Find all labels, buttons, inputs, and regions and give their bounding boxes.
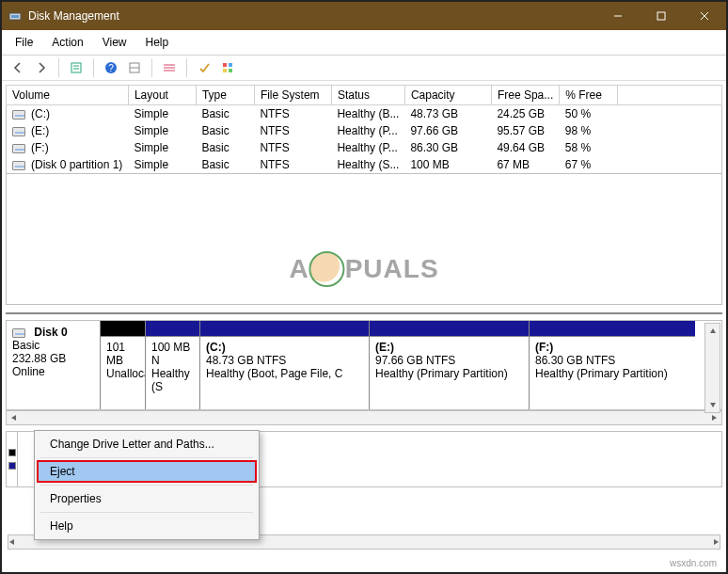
back-button[interactable] bbox=[8, 57, 28, 78]
horizontal-scrollbar[interactable] bbox=[6, 410, 722, 425]
legend-unallocated-icon bbox=[8, 449, 16, 456]
partition[interactable]: (F:)86.30 GB NTFSHealthy (Primary Partit… bbox=[530, 321, 695, 409]
partition-header bbox=[146, 321, 199, 336]
volume-icon bbox=[12, 161, 25, 170]
watermark-pre: A bbox=[289, 254, 309, 284]
table-row[interactable]: (F:)SimpleBasicNTFSHealthy (P...86.30 GB… bbox=[7, 139, 722, 156]
partition-body: 101 MBUnallocat bbox=[101, 336, 145, 409]
partition-body: (C:)48.73 GB NTFSHealthy (Boot, Page Fil… bbox=[200, 336, 369, 409]
column-type[interactable]: Type bbox=[196, 86, 254, 105]
cell-capacity: 100 MB bbox=[404, 156, 491, 174]
svg-marker-22 bbox=[11, 415, 16, 421]
column-pctfree[interactable]: % Free bbox=[560, 86, 618, 105]
svg-rect-17 bbox=[229, 63, 232, 67]
menu-view[interactable]: View bbox=[93, 32, 136, 53]
partition-status: Unallocat bbox=[106, 367, 139, 380]
cell-pct: 58 % bbox=[560, 139, 618, 156]
partition[interactable]: (C:)48.73 GB NTFSHealthy (Boot, Page Fil… bbox=[200, 321, 370, 409]
disk-size: 232.88 GB bbox=[12, 352, 66, 365]
grid-icon[interactable] bbox=[217, 57, 238, 78]
close-button[interactable] bbox=[683, 2, 726, 30]
cell-layout: Simple bbox=[128, 156, 196, 174]
cell-volume: (Disk 0 partition 1) bbox=[31, 158, 122, 171]
svg-marker-23 bbox=[712, 415, 717, 421]
svg-rect-6 bbox=[71, 63, 81, 72]
column-status[interactable]: Status bbox=[331, 86, 404, 105]
cell-capacity: 48.73 GB bbox=[404, 105, 491, 123]
partition-header bbox=[200, 321, 369, 336]
properties-icon[interactable] bbox=[66, 57, 87, 78]
partition[interactable]: 101 MBUnallocat bbox=[101, 321, 146, 409]
ctx-help[interactable]: Help bbox=[37, 515, 257, 537]
volume-table: Volume Layout Type File System Status Ca… bbox=[6, 85, 722, 174]
cell-volume: (E:) bbox=[31, 124, 49, 137]
separator bbox=[186, 58, 187, 77]
table-row[interactable]: (C:)SimpleBasicNTFSHealthy (B...48.73 GB… bbox=[7, 105, 722, 123]
scroll-left-icon[interactable] bbox=[7, 411, 22, 424]
cell-pct: 98 % bbox=[560, 122, 618, 139]
menu-help[interactable]: Help bbox=[136, 32, 179, 53]
disk-layout: Disk 0 Basic 232.88 GB Online 101 MBUnal… bbox=[6, 320, 722, 410]
column-layout[interactable]: Layout bbox=[128, 86, 196, 105]
disk-name: Disk 0 bbox=[34, 326, 67, 339]
window-title: Disk Management bbox=[28, 9, 596, 23]
cell-fs: NTFS bbox=[254, 139, 331, 156]
volume-icon bbox=[12, 144, 25, 153]
scroll-right-icon[interactable] bbox=[712, 535, 720, 549]
cell-status: Healthy (P... bbox=[331, 139, 404, 156]
partition-status: Healthy (Primary Partition) bbox=[535, 367, 689, 380]
maximize-button[interactable] bbox=[640, 2, 683, 30]
partition-size: 48.73 GB NTFS bbox=[206, 354, 363, 367]
ctx-separator bbox=[40, 457, 253, 458]
cell-status: Healthy (B... bbox=[331, 105, 404, 123]
column-filesystem[interactable]: File System bbox=[254, 86, 331, 105]
scroll-left-icon[interactable] bbox=[8, 535, 16, 549]
ctx-change-drive-letter[interactable]: Change Drive Letter and Paths... bbox=[37, 433, 257, 455]
partition-size: 97.66 GB NTFS bbox=[375, 354, 523, 367]
column-volume[interactable]: Volume bbox=[7, 86, 129, 105]
help-icon[interactable]: ? bbox=[101, 57, 121, 78]
cell-type: Basic bbox=[196, 105, 254, 123]
ctx-separator bbox=[40, 512, 253, 513]
column-capacity[interactable]: Capacity bbox=[404, 86, 491, 105]
scroll-up-icon[interactable] bbox=[705, 324, 720, 339]
partition-size: 100 MB N bbox=[151, 341, 194, 367]
column-freespace[interactable]: Free Spa... bbox=[491, 86, 559, 105]
partition-status: Healthy (Primary Partition) bbox=[375, 367, 523, 380]
svg-rect-18 bbox=[223, 69, 227, 72]
partition-body: (F:)86.30 GB NTFSHealthy (Primary Partit… bbox=[530, 336, 695, 409]
table-row[interactable]: (E:)SimpleBasicNTFSHealthy (P...97.66 GB… bbox=[7, 122, 722, 139]
app-icon bbox=[8, 8, 23, 24]
volume-icon bbox=[12, 127, 25, 136]
list-icon[interactable] bbox=[159, 57, 180, 78]
minimize-button[interactable] bbox=[596, 2, 640, 30]
svg-marker-24 bbox=[9, 539, 14, 545]
menubar: File Action View Help bbox=[2, 30, 726, 56]
separator bbox=[58, 58, 59, 77]
cell-type: Basic bbox=[196, 122, 254, 139]
partition[interactable]: 100 MB NHealthy (S bbox=[146, 321, 200, 409]
watermark-logo-icon bbox=[309, 251, 345, 287]
scroll-down-icon[interactable] bbox=[705, 397, 720, 412]
menu-action[interactable]: Action bbox=[42, 32, 92, 53]
check-icon[interactable] bbox=[194, 57, 214, 78]
scroll-right-icon[interactable] bbox=[706, 411, 721, 424]
svg-rect-3 bbox=[657, 12, 665, 20]
disk-info[interactable]: Disk 0 Basic 232.88 GB Online bbox=[7, 321, 101, 409]
ctx-eject[interactable]: Eject bbox=[37, 460, 257, 483]
cell-pct: 67 % bbox=[560, 156, 618, 174]
column-spacer bbox=[618, 86, 722, 105]
cell-status: Healthy (P... bbox=[331, 122, 404, 139]
table-row[interactable]: (Disk 0 partition 1)SimpleBasicNTFSHealt… bbox=[7, 156, 722, 174]
view-icon[interactable] bbox=[124, 57, 145, 78]
partition[interactable]: (E:)97.66 GB NTFSHealthy (Primary Partit… bbox=[370, 321, 530, 409]
svg-text:?: ? bbox=[108, 63, 114, 73]
cell-free: 67 MB bbox=[491, 156, 559, 174]
menu-file[interactable]: File bbox=[6, 32, 42, 53]
legend-primary-icon bbox=[8, 462, 16, 470]
vertical-scrollbar[interactable] bbox=[704, 323, 720, 413]
forward-button[interactable] bbox=[31, 57, 52, 78]
ctx-properties[interactable]: Properties bbox=[37, 487, 257, 510]
svg-marker-20 bbox=[710, 328, 716, 333]
cell-free: 49.64 GB bbox=[491, 139, 559, 156]
